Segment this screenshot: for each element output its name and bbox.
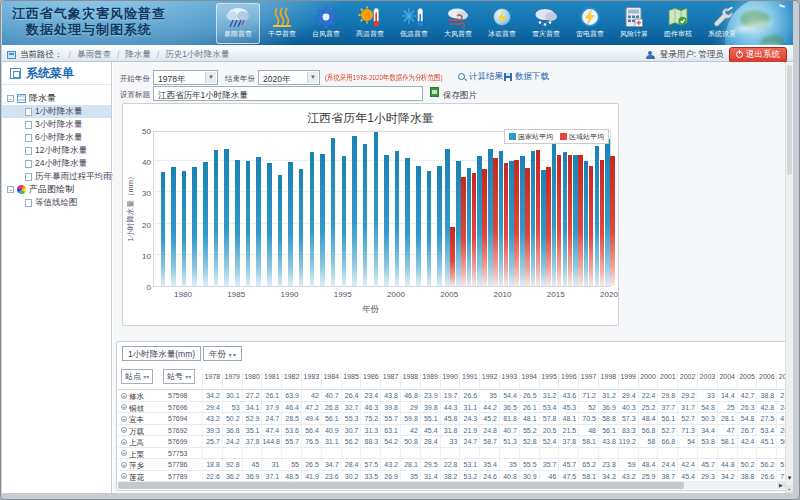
vertical-scrollbar[interactable]: ▼ ▪ <box>785 63 793 493</box>
year-column-header[interactable]: 2006 <box>756 373 776 390</box>
year-column-header[interactable]: 2000 <box>638 373 658 390</box>
save-image-label[interactable]: 保存图片 <box>443 90 477 102</box>
row-expander-icon[interactable]: + <box>121 427 127 433</box>
toolbar-item-map-audit[interactable]: 图件审核 <box>656 3 700 44</box>
toolbar-item-gale[interactable]: 大风普查 <box>436 3 480 44</box>
toolbar-item-hail[interactable]: 冰雹普查 <box>480 3 524 44</box>
toolbar-item-lightning[interactable]: 雷电普查 <box>568 3 612 44</box>
exit-button[interactable]: 退出系统 <box>729 47 787 63</box>
value-cell: 28.4 <box>420 436 440 447</box>
year-column-header[interactable]: 1982 <box>281 373 301 390</box>
year-column-header[interactable]: 2001 <box>657 373 677 390</box>
year-column-header[interactable]: 2005 <box>737 373 757 390</box>
tree-item-历年暴雨过程平均雨量[interactable]: 历年暴雨过程平均雨量 <box>2 170 111 183</box>
year-column-header[interactable]: 1985 <box>341 373 361 390</box>
toolbar-item-coldwave[interactable]: 低温普查 <box>392 3 436 44</box>
toolbar-item-rainstorm[interactable]: 暴雨普查 <box>216 3 260 44</box>
bar-regional-2006 <box>461 177 466 286</box>
year-column-header[interactable]: 1994 <box>519 373 539 390</box>
chart-title-input[interactable]: 江西省历年1小时降水量 <box>153 86 423 101</box>
year-column-header[interactable]: 1983 <box>301 373 321 390</box>
toolbar-item-snow[interactable]: 雪灾普查 <box>524 3 568 44</box>
table-row[interactable]: +上栗57753 <box>118 448 785 460</box>
bar-national-2003 <box>427 171 432 286</box>
year-column-header[interactable]: 1991 <box>459 373 479 390</box>
scroll-down-arrow[interactable]: ▼ <box>786 474 793 483</box>
toolbar-item-drought[interactable]: 干旱普查 <box>260 3 304 44</box>
tree-group-降水量[interactable]: -降水量 <box>2 92 111 105</box>
end-year-select[interactable]: 2020年▼ <box>258 70 320 85</box>
year-filter[interactable]: 年份 ▾ ▾ <box>203 346 242 361</box>
table-row[interactable]: +莲花5778922.636.236.937.148.541.923.630.2… <box>118 471 785 483</box>
table-row[interactable]: +修水5759834.230.127.226.163.94240.726.423… <box>118 390 785 402</box>
table-row[interactable]: +萍乡5778618.892.845315526.534.728.457.543… <box>118 459 785 471</box>
breadcrumb-item[interactable]: 暴雨普查 <box>77 49 111 61</box>
tree-expander-icon[interactable]: - <box>7 95 14 102</box>
year-column-header[interactable]: 1978 <box>202 373 222 390</box>
year-column-header[interactable]: 1998 <box>598 373 618 390</box>
scrollbar-thumb[interactable] <box>787 65 792 175</box>
start-year-select[interactable]: 1978年▼ <box>153 70 218 85</box>
toolbar-item-typhoon[interactable]: 台风普查 <box>304 3 348 44</box>
tree-item-6小时降水量[interactable]: 6小时降水量 <box>2 131 111 144</box>
station-id-column-header[interactable]: 站号 ▾▾ <box>163 369 195 384</box>
year-column-header[interactable]: 2004 <box>717 373 737 390</box>
year-column-header[interactable]: 1988 <box>400 373 420 390</box>
toolbar-item-settings[interactable]: 系统设置 <box>700 3 744 44</box>
table-row[interactable]: +上高5769925.724.237.8144.855.776.531.156.… <box>118 436 785 448</box>
tree-group-产品图绘制[interactable]: -产品图绘制 <box>2 183 111 196</box>
year-column-header[interactable]: 1979 <box>222 373 242 390</box>
toolbar-item-calculator[interactable]: 风险计算 <box>612 3 656 44</box>
year-column-header[interactable]: 1997 <box>578 373 598 390</box>
year-column-header[interactable]: 2007 <box>776 373 785 390</box>
year-column-header[interactable]: 1993 <box>499 373 519 390</box>
toolbar-item-heat[interactable]: 高温普查 <box>348 3 392 44</box>
year-column-header[interactable]: 1981 <box>261 373 281 390</box>
station-column-header[interactable]: 站点 ▾▾ <box>121 369 153 384</box>
year-column-header[interactable]: 1996 <box>558 373 578 390</box>
calc-result-link[interactable]: 计算结果 <box>458 71 503 83</box>
value-cell: 56.4 <box>301 425 321 436</box>
value-cell <box>242 448 262 459</box>
year-column-header[interactable]: 1999 <box>618 373 638 390</box>
breadcrumb-item[interactable]: 历史1小时降水量 <box>165 49 229 61</box>
value-cell: 31 <box>261 459 281 470</box>
row-expander-icon[interactable]: + <box>121 450 127 456</box>
year-column-header[interactable]: 2002 <box>677 373 697 390</box>
row-expander-icon[interactable]: + <box>121 439 127 445</box>
year-column-header[interactable]: 1987 <box>380 373 400 390</box>
unit-box[interactable]: 1小时降水量(mm) <box>122 346 201 361</box>
table-row[interactable]: +宜丰5769443.250.252.924.728.549.456.155.3… <box>118 413 785 425</box>
horizontal-scrollbar[interactable] <box>118 482 776 489</box>
table-row[interactable]: +万载5769239.336.835.147.453.656.440.930.7… <box>118 425 785 437</box>
download-link[interactable]: 数据下载 <box>504 71 549 83</box>
row-expander-icon[interactable]: + <box>121 404 127 410</box>
bar-regional-2017 <box>578 155 583 286</box>
tree-item-1小时降水量[interactable]: 1小时降水量 <box>2 105 111 118</box>
row-expander-icon[interactable]: + <box>121 473 127 479</box>
value-cell <box>281 448 301 459</box>
year-column-header[interactable]: 1980 <box>242 373 262 390</box>
tree-item-12小时降水量[interactable]: 12小时降水量 <box>2 144 111 157</box>
tree-expander-icon[interactable]: - <box>7 186 14 193</box>
year-column-header[interactable]: 1984 <box>321 373 341 390</box>
year-column-header[interactable]: 1992 <box>479 373 499 390</box>
bar-regional-2015 <box>557 155 562 286</box>
table-row[interactable]: +铜鼓5769629.45334.137.946.447.226.832.746… <box>118 402 785 414</box>
bar-regional-2009 <box>493 158 498 286</box>
scrollbar-thumb[interactable] <box>118 482 684 489</box>
year-column-header[interactable]: 1989 <box>420 373 440 390</box>
year-column-header[interactable]: 2003 <box>697 373 717 390</box>
year-column-header[interactable]: 1986 <box>360 373 380 390</box>
row-expander-icon[interactable]: + <box>121 416 127 422</box>
breadcrumb-item[interactable]: 降水量 <box>125 49 151 61</box>
row-expander-icon[interactable]: + <box>121 462 127 468</box>
bar-regional-2019 <box>600 160 605 286</box>
year-column-header[interactable]: 1995 <box>539 373 559 390</box>
tree-item-3小时降水量[interactable]: 3小时降水量 <box>2 118 111 131</box>
tree-item-24小时降水量[interactable]: 24小时降水量 <box>2 157 111 170</box>
row-expander-icon[interactable]: + <box>121 393 127 399</box>
scroll-right-arrow[interactable]: ▶ <box>777 482 785 489</box>
year-column-header[interactable]: 1990 <box>440 373 460 390</box>
tree-item-等值线绘图[interactable]: 等值线绘图 <box>2 196 111 209</box>
